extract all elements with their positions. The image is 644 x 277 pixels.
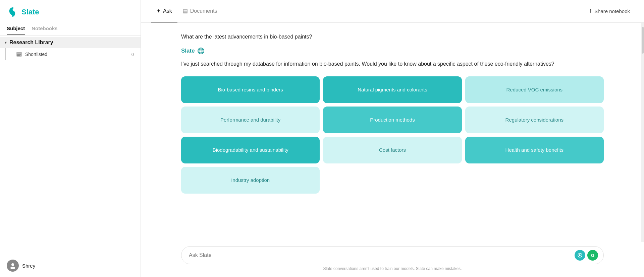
topic-card-production[interactable]: Production methods [323,107,462,133]
topic-grid: Bio-based resins and binders Natural pig… [181,76,604,194]
svg-rect-2 [17,55,20,56]
svg-point-3 [11,263,14,266]
documents-icon: ▤ [183,8,188,14]
tab-ask[interactable]: ✦ Ask [151,0,177,22]
scrollbar-thumb [642,27,644,54]
share-notebook-button[interactable]: ⤴ Share notebook [585,6,634,17]
user-name: Shrey [22,263,35,269]
topic-card-health-safety[interactable]: Health and safety benefits [465,137,604,163]
logo-text: Slate [21,8,39,16]
input-icons: G [575,250,598,261]
sidebar-item-shortlisted[interactable]: Shortlisted 0 [5,48,141,60]
avatar [7,260,19,272]
bot-text: I've just searched through my database f… [181,60,604,68]
sidebar-section-label: Research Library [9,40,53,46]
input-area: G Slate conversations aren't used to tra… [141,242,644,277]
scrollbar-track[interactable] [641,23,644,242]
sidebar-item-shortlisted-label: Shortlisted [25,52,47,57]
topic-card-biodegradability[interactable]: Biodegradability and sustainability [181,137,320,163]
logo-area: Slate [0,0,141,23]
topic-card-voc-emissions[interactable]: Reduced VOC emissions [465,76,604,103]
sidebar-tab-notebooks[interactable]: Notebooks [32,23,58,35]
ask-input[interactable] [189,252,571,258]
main-content: What are the latest advancements in bio-… [141,23,644,242]
topic-card-bio-resins[interactable]: Bio-based resins and binders [181,76,320,103]
sidebar-tab-subject[interactable]: Subject [7,23,25,35]
share-icon: ⤴ [589,8,592,14]
sidebar-section-research-library[interactable]: ▾ Research Library [0,37,141,48]
slate-logo-icon [7,6,19,18]
grammarly-button[interactable]: G [587,250,598,261]
sidebar: Slate Subject Notebooks ▾ Research Libra… [0,0,141,277]
ask-icon: ✦ [156,8,161,14]
chevron-down-icon: ▾ [5,40,7,45]
shortlist-icon [16,52,22,57]
topic-card-cost[interactable]: Cost factors [323,137,462,163]
globe-icon [198,48,204,54]
sidebar-footer: Shrey [0,254,141,277]
topic-card-industry[interactable]: Industry adoption [181,167,320,194]
bot-response: Slate I've just searched through my data… [181,48,604,194]
main-tabs: ✦ Ask ▤ Documents [151,0,223,22]
main-header: ✦ Ask ▤ Documents ⤴ Share notebook [141,0,644,23]
sidebar-tabs: Subject Notebooks [0,23,141,36]
svg-rect-0 [17,53,21,53]
svg-point-4 [10,267,15,269]
disclaimer: Slate conversations aren't used to train… [181,264,604,274]
user-message: What are the latest advancements in bio-… [181,33,604,41]
chat-area: What are the latest advancements in bio-… [141,23,644,242]
main-panel: ✦ Ask ▤ Documents ⤴ Share notebook What … [141,0,644,277]
input-wrapper: G [181,246,604,264]
slate-send-button[interactable] [575,250,585,261]
topic-card-natural-pigments[interactable]: Natural pigments and colorants [323,76,462,103]
sidebar-item-shortlisted-count: 0 [131,52,134,57]
bot-name: Slate [181,48,195,54]
topic-card-regulatory[interactable]: Regulatory considerations [465,107,604,133]
svg-rect-1 [17,54,21,55]
tab-documents[interactable]: ▤ Documents [177,0,223,22]
topic-card-performance[interactable]: Performance and durability [181,107,320,133]
bot-name-row: Slate [181,48,604,54]
